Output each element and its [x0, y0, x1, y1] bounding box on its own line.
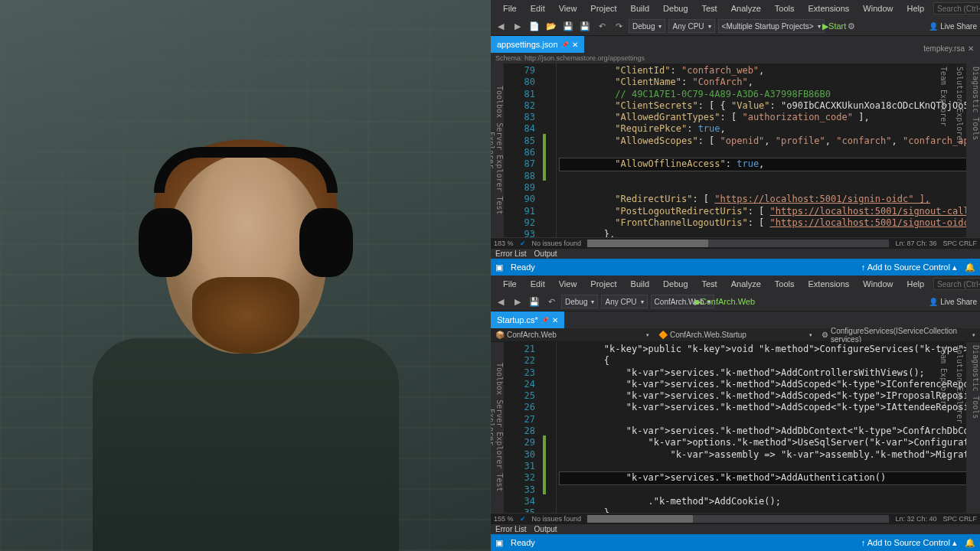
vs-window-bottom: FileEditViewProjectBuildDebugTestAnalyze… — [491, 276, 980, 551]
add-source-control[interactable]: ↑ Add to Source Control ▴ — [861, 262, 957, 272]
tab-error-list[interactable]: Error List — [495, 249, 527, 258]
menu-extensions[interactable]: Extensions — [804, 4, 854, 13]
close-icon[interactable]: ✕ — [552, 316, 558, 324]
title-bar: FileEditViewProjectBuildDebugTestAnalyze… — [491, 0, 980, 17]
pin-icon[interactable]: 📌 — [541, 317, 549, 324]
menu-edit[interactable]: Edit — [526, 4, 550, 13]
status-ready: Ready — [511, 538, 535, 547]
encoding-info: SPC CRLF — [942, 515, 977, 523]
redo-icon[interactable]: ↷ — [612, 19, 626, 33]
live-share-button[interactable]: 👤 Live Share — [929, 22, 977, 31]
nav-fwd-icon[interactable]: ▶ — [511, 295, 524, 308]
encoding-info: SPC CRLF — [942, 240, 977, 247]
notifications-icon[interactable]: 🔔 — [965, 538, 975, 548]
issues-text: No issues found — [532, 240, 582, 247]
menu-help[interactable]: Help — [902, 4, 929, 13]
bc-project[interactable]: 📦 ConfArch.Web — [491, 331, 654, 339]
schema-bar[interactable]: Schema: http://json.schemastore.org/apps… — [491, 53, 980, 64]
undo-icon[interactable]: ↶ — [595, 19, 609, 33]
menu-edit[interactable]: Edit — [526, 279, 550, 289]
notifications-icon[interactable]: 🔔 — [965, 262, 975, 272]
menu-build[interactable]: Build — [626, 279, 654, 289]
add-source-control[interactable]: ↑ Add to Source Control ▴ — [861, 538, 957, 548]
cursor-pos: Ln: 32 Ch: 40 — [895, 515, 936, 523]
save-icon[interactable]: 💾 — [528, 295, 541, 308]
status-icon: ▣ — [495, 262, 503, 272]
platform-dropdown[interactable]: Any CPU — [668, 19, 714, 33]
breadcrumb: 📦 ConfArch.Web 🔶 ConfArch.Web.Startup ⚙ … — [491, 328, 980, 342]
tab-startup[interactable]: Startup.cs* 📌 ✕ — [491, 311, 564, 328]
zoom-level[interactable]: 183 % — [494, 240, 514, 247]
h-scrollbar[interactable] — [587, 240, 889, 247]
main-toolbar: ◀ ▶ 💾 ↶ Debug Any CPU ConfArch.Web ▶ Con… — [491, 292, 980, 311]
start-button[interactable]: ▶ ConfArch.Web — [717, 295, 731, 308]
status-bar: ▣ Ready ↑ Add to Source Control ▴ 🔔 — [491, 534, 980, 551]
output-panel-tabs: Error List Output — [491, 523, 980, 534]
menu-test[interactable]: Test — [697, 279, 722, 289]
menu-help[interactable]: Help — [902, 279, 929, 289]
vs-window-top: FileEditViewProjectBuildDebugTestAnalyze… — [491, 0, 980, 276]
menu-test[interactable]: Test — [697, 4, 722, 13]
tab-label: Startup.cs* — [497, 315, 538, 324]
toolbar-icon[interactable]: ⚙ — [844, 19, 858, 33]
config-dropdown[interactable]: Debug — [629, 19, 665, 33]
menu-analyze[interactable]: Analyze — [727, 279, 766, 289]
close-icon[interactable]: ✕ — [572, 41, 578, 49]
status-ready: Ready — [511, 262, 535, 272]
new-item-icon[interactable]: 📄 — [528, 19, 541, 33]
code-editor[interactable]: Toolbox Server Explorer Test Explorer 79… — [491, 64, 980, 237]
menu-window[interactable]: Window — [858, 279, 897, 289]
menu-analyze[interactable]: Analyze — [727, 4, 766, 13]
issues-icon: ✔ — [520, 240, 526, 247]
start-button[interactable]: ▶ Start — [828, 19, 841, 33]
live-share-button[interactable]: 👤 Live Share — [929, 298, 977, 306]
tab-tempkey[interactable]: tempkey.rsa ✕ — [917, 44, 980, 53]
menu-build[interactable]: Build — [626, 4, 654, 13]
open-icon[interactable]: 📂 — [544, 19, 558, 33]
tab-error-list[interactable]: Error List — [495, 525, 527, 533]
tab-output[interactable]: Output — [534, 249, 557, 258]
status-icon: ▣ — [495, 538, 503, 548]
editor-status-strip: 183 % ✔ No issues found Ln: 87 Ch: 36 SP… — [491, 237, 980, 248]
menu-project[interactable]: Project — [586, 4, 621, 13]
search-input[interactable] — [933, 278, 980, 290]
toolbox-tab[interactable]: Toolbox Server Explorer Test Explorer — [491, 64, 505, 237]
menu-view[interactable]: View — [554, 4, 582, 13]
h-scrollbar[interactable] — [587, 515, 889, 523]
menu-view[interactable]: View — [554, 279, 582, 289]
tab-output[interactable]: Output — [534, 525, 557, 533]
bc-class[interactable]: 🔶 ConfArch.Web.Startup — [654, 331, 817, 339]
tab-bar: appsettings.json 📌 ✕ tempkey.rsa ✕ — [491, 36, 980, 53]
search-input[interactable] — [933, 2, 980, 15]
menu-debug[interactable]: Debug — [658, 279, 692, 289]
undo-icon[interactable]: ↶ — [544, 295, 558, 308]
platform-dropdown[interactable]: Any CPU — [601, 295, 647, 308]
cursor-pos: Ln: 87 Ch: 36 — [895, 240, 936, 247]
startup-dropdown[interactable]: <Multiple Startup Projects> — [718, 19, 825, 33]
save-all-icon[interactable]: 💾 — [578, 19, 592, 33]
right-panel-tabs[interactable]: Diagnostic Tools Solution Explorer Team … — [966, 342, 980, 513]
issues-icon: ✔ — [520, 515, 526, 523]
zoom-level[interactable]: 155 % — [494, 515, 514, 523]
menu-tools[interactable]: Tools — [770, 279, 799, 289]
config-dropdown[interactable]: Debug — [561, 295, 598, 308]
nav-back-icon[interactable]: ◀ — [494, 19, 508, 33]
status-bar: ▣ Ready ↑ Add to Source Control ▴ 🔔 — [491, 259, 980, 276]
toolbox-tab[interactable]: Toolbox Server Explorer Test Explorer — [491, 342, 505, 513]
tab-appsettings[interactable]: appsettings.json 📌 ✕ — [491, 36, 584, 53]
menu-tools[interactable]: Tools — [770, 4, 799, 13]
save-icon[interactable]: 💾 — [561, 19, 575, 33]
menu-window[interactable]: Window — [858, 4, 897, 13]
menu-debug[interactable]: Debug — [658, 4, 692, 13]
nav-fwd-icon[interactable]: ▶ — [511, 19, 524, 33]
menu-file[interactable]: File — [498, 279, 521, 289]
pin-icon[interactable]: 📌 — [561, 41, 569, 48]
menu-file[interactable]: File — [498, 4, 521, 13]
code-editor[interactable]: Toolbox Server Explorer Test Explorer 21… — [491, 342, 980, 513]
nav-back-icon[interactable]: ◀ — [494, 295, 508, 308]
right-panel-tabs[interactable]: Diagnostic Tools Solution Explorer Team … — [966, 64, 980, 237]
menu-extensions[interactable]: Extensions — [804, 279, 854, 289]
menu-project[interactable]: Project — [586, 279, 621, 289]
title-bar: FileEditViewProjectBuildDebugTestAnalyze… — [491, 276, 980, 292]
bc-method[interactable]: ⚙ ConfigureServices(IServiceCollection s… — [817, 327, 980, 344]
